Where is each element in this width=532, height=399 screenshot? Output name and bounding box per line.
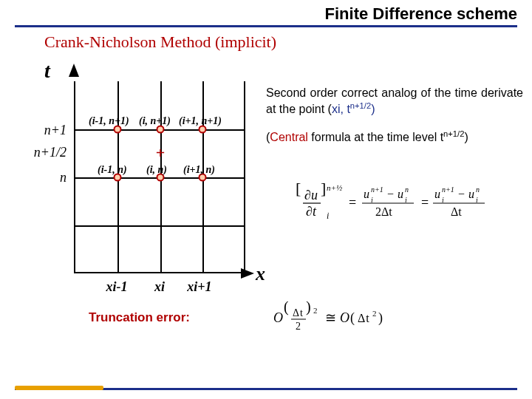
point-xi: xi: [332, 103, 341, 115]
diagram-stage: t + (i-1, n+1) (i, n+1) (i+1, n+1) (i-1,…: [15, 59, 259, 288]
svg-text:(: (: [350, 310, 355, 326]
svg-text:[: [: [296, 179, 301, 197]
svg-text:i: i: [371, 196, 373, 204]
svg-text:n+1: n+1: [371, 185, 383, 194]
axis-label-t: t: [44, 59, 50, 83]
svg-text:2: 2: [372, 309, 378, 318]
svg-text:u: u: [468, 188, 474, 200]
truncation-label: Truncation error:: [89, 310, 190, 325]
footer-rule-accent: [15, 386, 103, 390]
svg-text:): ): [306, 301, 312, 316]
subtitle: Crank-Nicholson Method (implicit): [44, 33, 276, 52]
node-label: (i-1, n): [98, 164, 127, 176]
svg-text:]: ]: [321, 179, 326, 197]
axis-tick-x: xi: [137, 279, 182, 295]
axis-tick-x: xi-1: [95, 279, 139, 295]
svg-text:∂u: ∂u: [304, 188, 318, 202]
svg-text:−: −: [458, 188, 465, 200]
axis-tick-x: xi+1: [177, 279, 222, 295]
svg-text:O: O: [273, 310, 284, 325]
svg-text:≅: ≅: [325, 310, 337, 325]
svg-text:n+½: n+½: [327, 183, 342, 192]
svg-text:i: i: [476, 196, 478, 204]
svg-text:=: =: [349, 195, 356, 210]
equation-svg: [ ∂u ∂t ] n+½ i = u n+1 i − u n i 2Δt = …: [296, 177, 517, 229]
gridline-h: [75, 272, 244, 273]
stencil-center-plus: +: [156, 143, 166, 163]
svg-text:(: (: [284, 301, 290, 316]
slide-title: Finite Difference scheme: [325, 4, 517, 24]
gridline-v: [244, 81, 245, 272]
svg-text:Δt: Δt: [451, 205, 462, 218]
title-rule: [15, 25, 517, 27]
node-label: (i+1, n+1): [179, 115, 222, 127]
axis-arrow-x: [241, 268, 254, 279]
svg-text:i: i: [405, 196, 407, 204]
axis-tick-y: n+1/2: [15, 145, 66, 160]
grid: + (i-1, n+1) (i, n+1) (i+1, n+1) (i-1, n…: [74, 81, 244, 273]
svg-text:i: i: [327, 211, 329, 221]
axis-tick-y: n+1: [15, 123, 66, 138]
svg-text:i: i: [442, 196, 444, 204]
svg-text:2Δt: 2Δt: [375, 205, 392, 218]
svg-text:n: n: [476, 185, 480, 194]
svg-text:∂t: ∂t: [306, 204, 317, 219]
svg-text:u: u: [364, 188, 369, 200]
svg-text:n: n: [405, 185, 409, 194]
node-label: (i-1, n+1): [89, 115, 129, 127]
svg-text:n+1: n+1: [442, 185, 454, 194]
svg-text:Δt: Δt: [358, 312, 370, 324]
svg-text:2: 2: [313, 306, 318, 315]
axis-label-x: x: [256, 263, 265, 285]
svg-text:u: u: [434, 188, 440, 200]
explain-p2: (Central formula at the time level tn+1/…: [266, 129, 523, 145]
svg-text:−: −: [387, 188, 394, 200]
node-label: (i, n+1): [139, 115, 171, 127]
gridline-h: [75, 225, 244, 227]
truncation-equation: O ( Δt 2 ) 2 ≅ O ( Δt 2 ): [273, 301, 436, 338]
time-derivative-equation: [ ∂u ∂t ] n+½ i = u n+1 i − u n i 2Δt = …: [296, 177, 517, 233]
explain-block: Second order correct analog of the time …: [266, 74, 523, 157]
axis-tick-y: n: [15, 170, 66, 185]
svg-text:O: O: [340, 310, 350, 325]
svg-text:2: 2: [296, 321, 301, 332]
svg-text:u: u: [398, 188, 403, 200]
svg-text:=: =: [421, 195, 429, 210]
node-label: (i, n): [146, 164, 167, 176]
axis-arrow-y: [69, 64, 79, 77]
central-word: Central: [270, 132, 308, 144]
node-label: (i+1, n): [183, 164, 215, 176]
svg-text:): ): [378, 310, 383, 326]
explain-p1: Second order correct analog of the time …: [266, 86, 523, 117]
svg-text:Δt: Δt: [293, 307, 304, 318]
